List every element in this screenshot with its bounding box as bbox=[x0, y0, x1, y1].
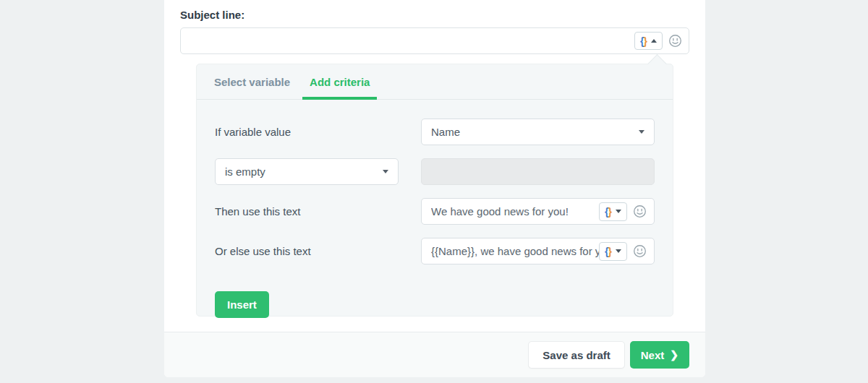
insert-variable-button[interactable]: {} bbox=[599, 242, 627, 261]
row-then-text: Then use this text {} bbox=[215, 198, 655, 225]
then-text-field: {} bbox=[421, 198, 655, 225]
tab-select-variable-label: Select variable bbox=[214, 76, 290, 88]
else-text-input[interactable] bbox=[431, 238, 599, 264]
braces-icon: {} bbox=[605, 246, 611, 257]
chevron-right-icon: ❯ bbox=[670, 350, 678, 360]
variable-select[interactable]: Name bbox=[421, 119, 655, 145]
popover-tabbar: Select variable Add criteria bbox=[197, 64, 673, 100]
braces-icon: {} bbox=[605, 207, 611, 217]
condition-select-value: is empty bbox=[225, 165, 265, 178]
then-text-input[interactable] bbox=[431, 199, 599, 224]
then-text-label: Then use this text bbox=[215, 198, 399, 225]
else-text-label: Or else use this text bbox=[215, 238, 399, 264]
condition-value-input bbox=[431, 166, 644, 177]
insert-button[interactable]: Insert bbox=[215, 291, 269, 318]
braces-icon: {} bbox=[640, 36, 647, 46]
tab-select-variable[interactable]: Select variable bbox=[214, 64, 290, 99]
subject-line-label: Subject line: bbox=[180, 9, 689, 21]
emoji-icon[interactable] bbox=[668, 34, 682, 48]
wizard-footer: Save as draft Next ❯ bbox=[164, 332, 705, 377]
tab-add-criteria[interactable]: Add criteria bbox=[310, 64, 370, 99]
chevron-down-icon bbox=[616, 210, 621, 213]
emoji-icon[interactable] bbox=[633, 244, 647, 258]
chevron-up-icon bbox=[651, 39, 657, 43]
subject-line-field: {} bbox=[180, 27, 689, 54]
save-as-draft-button[interactable]: Save as draft bbox=[528, 341, 624, 369]
next-button[interactable]: Next ❯ bbox=[630, 341, 689, 369]
active-tab-underline bbox=[302, 97, 377, 100]
variable-popover-panel: Select variable Add criteria If variable… bbox=[196, 64, 673, 317]
condition-value-field bbox=[421, 158, 655, 185]
variable-select-value: Name bbox=[431, 126, 460, 138]
insert-variable-button[interactable]: {} bbox=[634, 32, 663, 50]
chevron-down-icon bbox=[616, 249, 621, 253]
next-button-label: Next bbox=[641, 349, 665, 361]
row-else-text: Or else use this text {} bbox=[215, 238, 655, 264]
row-if-variable-value: If variable value Name bbox=[215, 119, 655, 145]
condition-select[interactable]: is empty bbox=[215, 158, 399, 185]
else-text-field: {} bbox=[421, 238, 655, 264]
if-variable-value-label: If variable value bbox=[215, 119, 399, 145]
subject-line-input[interactable] bbox=[190, 28, 634, 53]
row-condition: is empty bbox=[215, 158, 655, 185]
tab-add-criteria-label: Add criteria bbox=[310, 76, 370, 88]
chevron-down-icon bbox=[639, 130, 644, 134]
chevron-down-icon bbox=[383, 170, 388, 173]
insert-variable-button[interactable]: {} bbox=[599, 202, 627, 221]
subject-editor-card: Subject line: {} Select variable Add cri… bbox=[164, 0, 705, 377]
emoji-icon[interactable] bbox=[633, 205, 647, 218]
